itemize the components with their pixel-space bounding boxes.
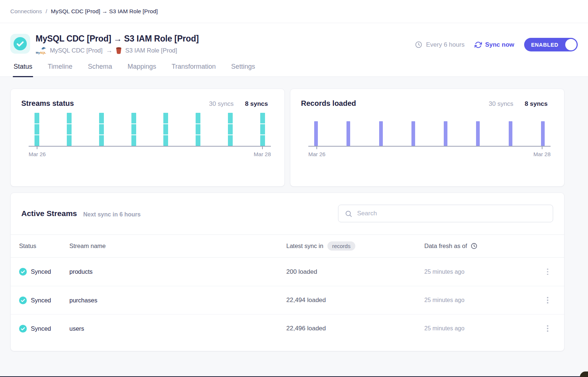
stream-status: Synced: [31, 297, 51, 304]
stream-name: users: [69, 325, 286, 332]
tab-mappings[interactable]: Mappings: [127, 63, 157, 76]
active-streams-card: Active Streams Next sync in 6 hours Stat…: [10, 193, 565, 351]
tab-status[interactable]: Status: [13, 63, 33, 77]
flow-arrow: →: [106, 47, 112, 54]
col-stream-name: Stream name: [69, 243, 286, 249]
connection-status-icon: [10, 34, 30, 54]
stream-name: products: [69, 268, 286, 275]
search-input[interactable]: [357, 210, 547, 217]
streams-status-bars: [29, 113, 271, 146]
sync-bar[interactable]: [379, 121, 383, 146]
records-loaded-chart: Mar 26 Mar 28: [308, 113, 551, 157]
x-tick-label-end: Mar 28: [254, 151, 271, 157]
sync-bar[interactable]: [163, 113, 168, 146]
streams-status-title: Streams status: [21, 99, 209, 108]
breadcrumb: Connections / MySQL CDC [Prod] → S3 IAM …: [0, 0, 588, 23]
s3-bucket-icon: [116, 47, 122, 54]
tab-settings[interactable]: Settings: [231, 63, 256, 76]
sync-bar[interactable]: [541, 121, 545, 146]
stream-row-users[interactable]: Syncedusers22,496 loaded25 minutes ago: [11, 314, 564, 342]
records-loaded: 22,494 loaded: [286, 297, 424, 304]
refresh-icon: [475, 41, 482, 49]
sync-bar[interactable]: [314, 121, 318, 146]
sync-bar[interactable]: [476, 121, 480, 146]
filter-30-syncs[interactable]: 30 syncs: [209, 100, 234, 108]
bottom-right-corner-shape: [580, 371, 588, 377]
sync-schedule: Every 6 hours: [415, 41, 465, 49]
tab-schema[interactable]: Schema: [87, 63, 113, 76]
sync-bar[interactable]: [509, 121, 512, 146]
streams-status-chart: Mar 26 Mar 28: [29, 113, 271, 157]
clock-icon: [471, 243, 478, 249]
mysql-logo-icon: My SQL: [36, 47, 47, 54]
svg-text:My: My: [36, 51, 40, 54]
records-loaded: 200 loaded: [286, 268, 424, 276]
streams-table-header: Status Stream name Latest sync in record…: [11, 234, 564, 258]
filter-8-syncs[interactable]: 8 syncs: [525, 100, 548, 108]
col-status: Status: [19, 243, 69, 249]
stream-search: [338, 205, 553, 222]
records-loaded-card: Records loaded 30 syncs 8 syncs Mar 26 M…: [290, 89, 565, 187]
stream-name: purchases: [69, 297, 286, 304]
search-icon: [345, 210, 352, 218]
next-sync-label: Next sync in 6 hours: [83, 209, 141, 218]
records-unit-badge[interactable]: records: [327, 241, 355, 251]
synced-check-icon: [19, 268, 27, 276]
sync-bar[interactable]: [228, 113, 233, 146]
stream-status: Synced: [31, 268, 51, 275]
stream-row-purchases[interactable]: Syncedpurchases22,494 loaded25 minutes a…: [11, 286, 564, 314]
connection-endpoints: My SQL MySQL CDC [Prod] → S3 IAM Role [P…: [36, 47, 415, 54]
filter-8-syncs[interactable]: 8 syncs: [245, 100, 268, 108]
data-fresh: 25 minutes ago: [424, 269, 542, 275]
enabled-toggle-label: ENABLED: [531, 42, 558, 48]
x-axis: [29, 146, 271, 147]
sync-bar[interactable]: [346, 121, 350, 146]
row-menu-button[interactable]: [542, 323, 553, 334]
x-axis: [308, 146, 551, 147]
col-latest-sync: Latest sync in: [286, 243, 323, 249]
breadcrumb-separator: /: [46, 8, 47, 15]
sync-bar[interactable]: [35, 113, 39, 146]
sync-bar[interactable]: [67, 113, 72, 146]
sync-bar[interactable]: [444, 121, 447, 146]
svg-text:SQL: SQL: [40, 51, 46, 54]
source-name[interactable]: MySQL CDC [Prod]: [50, 47, 102, 54]
clock-icon: [415, 41, 422, 49]
tab-timeline[interactable]: Timeline: [47, 63, 73, 76]
sync-bar[interactable]: [99, 113, 104, 146]
sync-schedule-label: Every 6 hours: [426, 41, 465, 49]
col-data-fresh: Data fresh as of: [424, 243, 467, 249]
active-streams-title: Active Streams: [21, 209, 77, 218]
row-menu-button[interactable]: [542, 266, 553, 277]
stream-status: Synced: [31, 325, 51, 332]
breadcrumb-connections-link[interactable]: Connections: [10, 8, 42, 15]
destination-name[interactable]: S3 IAM Role [Prod]: [125, 47, 177, 54]
tab-bar: StatusTimelineSchemaMappingsTransformati…: [10, 63, 578, 76]
sync-bar[interactable]: [131, 113, 136, 146]
records-loaded-title: Records loaded: [301, 99, 489, 108]
enabled-toggle[interactable]: ENABLED: [524, 38, 578, 51]
stream-row-products[interactable]: Syncedproducts200 loaded25 minutes ago: [11, 258, 564, 286]
x-tick-label-end: Mar 28: [533, 151, 551, 157]
data-fresh: 25 minutes ago: [424, 297, 542, 304]
sync-now-label: Sync now: [485, 41, 514, 49]
page-title: MySQL CDC [Prod] → S3 IAM Role [Prod]: [36, 34, 415, 44]
row-menu-button[interactable]: [542, 295, 553, 306]
synced-check-icon: [19, 325, 27, 333]
synced-check-icon: [19, 297, 27, 304]
streams-table-body: Syncedproducts200 loaded25 minutes agoSy…: [11, 258, 564, 342]
check-circle-icon: [14, 37, 27, 50]
breadcrumb-current: MySQL CDC [Prod] → S3 IAM Role [Prod]: [51, 8, 157, 15]
sync-now-button[interactable]: Sync now: [475, 41, 514, 49]
sync-bar[interactable]: [260, 113, 265, 146]
connection-header: MySQL CDC [Prod] → S3 IAM Role [Prod] My…: [0, 23, 588, 77]
filter-30-syncs[interactable]: 30 syncs: [489, 100, 513, 108]
tab-transformation[interactable]: Transformation: [171, 63, 216, 76]
x-tick-label-start: Mar 26: [29, 151, 46, 157]
streams-status-card: Streams status 30 syncs 8 syncs Mar 26 M…: [10, 89, 285, 187]
records-loaded-bars: [308, 113, 551, 146]
toggle-knob: [565, 39, 577, 50]
sync-bar[interactable]: [196, 113, 200, 146]
sync-bar[interactable]: [411, 121, 415, 146]
data-fresh: 25 minutes ago: [424, 325, 542, 332]
